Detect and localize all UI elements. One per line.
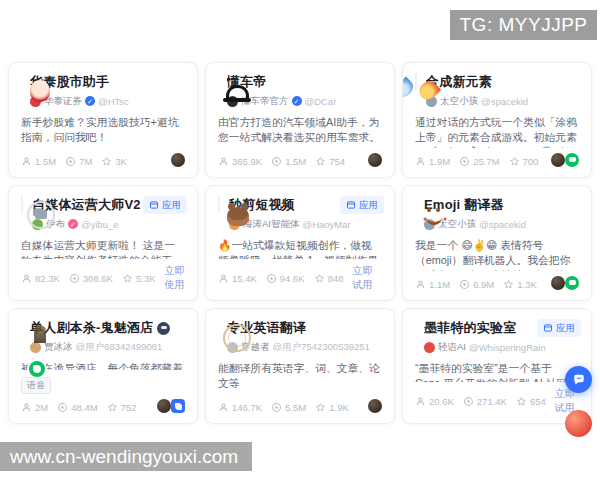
card-header: Emoji 翻译器 太空小孩 @spacekid bbox=[415, 196, 579, 231]
author-row[interactable]: 伊布 @yibu_e bbox=[32, 218, 185, 231]
author-row[interactable]: 太空小孩 @spacekid bbox=[426, 95, 579, 108]
card-header: 专业英语翻译 穿越者 @用户7542300539251 bbox=[218, 319, 382, 354]
users-count: 20.6K bbox=[429, 396, 454, 407]
users-stat: 365.9K bbox=[218, 156, 262, 167]
card-foot-right bbox=[368, 153, 382, 169]
card-head-text: 懂车帝 懂车帝官方 @DCar bbox=[227, 73, 382, 108]
author-handle: @spacekid bbox=[481, 96, 528, 107]
author-handle: @WhisperingRain bbox=[469, 342, 546, 353]
voice-tag: 语音 bbox=[21, 377, 51, 394]
users-stat: 20.6K bbox=[415, 396, 454, 407]
telegram-watermark: TG: MYYJJPP bbox=[450, 10, 597, 40]
views-stat: 7M bbox=[65, 156, 92, 167]
agent-card[interactable]: 应用 自媒体运营大师V2 伊布 bbox=[8, 185, 198, 301]
views-stat: 308.6K bbox=[69, 273, 113, 284]
users-count: 146.7K bbox=[232, 402, 262, 413]
star-icon bbox=[503, 279, 514, 290]
profile-channel-icon[interactable] bbox=[157, 399, 171, 413]
profile-channel-icon[interactable] bbox=[171, 153, 185, 167]
app-badge-label: 应用 bbox=[556, 322, 575, 335]
views-count: 25.7M bbox=[473, 156, 499, 167]
card-stats-row: 15.4K 94.6K 848 立即试用 bbox=[218, 259, 382, 292]
feishu-channel-icon[interactable] bbox=[171, 399, 185, 413]
card-header: 懂车帝 懂车帝官方 @DCar bbox=[218, 73, 382, 108]
author-name: 轻语AI bbox=[438, 341, 466, 354]
card-stats-row: 365.9K 1.5M 754 bbox=[218, 148, 382, 169]
author-row[interactable]: 华泰证券 @HTsc bbox=[30, 95, 185, 108]
star-icon bbox=[122, 273, 133, 284]
agent-icon-wrap bbox=[415, 73, 417, 91]
profile-channel-icon[interactable] bbox=[551, 153, 565, 167]
views-stat: 25.7M bbox=[459, 156, 499, 167]
title-row: Emoji 翻译器 bbox=[424, 196, 579, 214]
verified-icon bbox=[292, 96, 302, 106]
agent-card[interactable]: 懂车帝 懂车帝官方 @DCar 由官方打造的汽车领域AI助手，为您一站式解决看选… bbox=[205, 62, 395, 178]
app-type-badge: 应用 bbox=[537, 319, 581, 337]
floating-chat-button[interactable] bbox=[565, 366, 592, 393]
person-icon bbox=[21, 402, 32, 413]
views-stat: 1.5M bbox=[271, 156, 306, 167]
agent-icon-wrap bbox=[21, 196, 23, 214]
app-window-icon bbox=[543, 323, 553, 333]
profile-channel-icon[interactable] bbox=[551, 276, 565, 290]
card-header: 华泰股市助手 华泰证券 @HTsc bbox=[21, 73, 185, 108]
views-icon bbox=[65, 156, 76, 167]
views-stat: 6.9M bbox=[459, 279, 494, 290]
agent-card[interactable]: 应用 秒剪短视频 海涛AI智能体 bbox=[205, 185, 395, 301]
person-icon bbox=[21, 156, 32, 167]
card-foot-right bbox=[551, 276, 579, 292]
app-type-badge: 应用 bbox=[340, 196, 384, 214]
views-icon bbox=[57, 402, 68, 413]
channel-avatars bbox=[368, 399, 382, 415]
wechat-channel-icon[interactable] bbox=[565, 153, 579, 167]
card-foot-right: 立即使用 bbox=[165, 264, 186, 292]
author-row[interactable]: 轻语AI @WhisperingRain bbox=[424, 341, 579, 354]
users-count: 1.5M bbox=[35, 156, 56, 167]
card-foot-right bbox=[551, 153, 579, 169]
views-icon bbox=[271, 156, 282, 167]
favorites-stat: 754 bbox=[315, 156, 345, 167]
star-icon bbox=[509, 156, 520, 167]
chat-bubble-icon bbox=[572, 373, 586, 387]
profile-channel-icon[interactable] bbox=[368, 153, 382, 167]
agent-icon-wrap bbox=[218, 196, 220, 214]
agent-card[interactable]: 华泰股市助手 华泰证券 @HTsc 新手炒股难？实用选股技巧+避坑指南，问问我吧… bbox=[8, 62, 198, 178]
author-name: 海涛AI智能体 bbox=[243, 218, 299, 231]
profile-channel-icon[interactable] bbox=[368, 399, 382, 413]
agent-description: 由官方打造的汽车领域AI助手，为您一站式解决看选买的用车需求。 bbox=[218, 115, 382, 149]
author-name: 太空小孩 bbox=[438, 218, 476, 231]
person-icon bbox=[218, 402, 229, 413]
favorites-stat: 654 bbox=[516, 396, 546, 407]
agent-card[interactable]: 合成新元素 太空小孩 @spacekid 通过对话的方式玩一个类似「涂鸦上帝」的… bbox=[402, 62, 592, 178]
card-foot-right bbox=[368, 399, 382, 415]
wechat-channel-icon[interactable] bbox=[565, 276, 579, 290]
agent-card[interactable]: 专业英语翻译 穿越者 @用户7542300539251 能翻译所有英语字、词、文… bbox=[205, 308, 395, 424]
users-stat: 15.4K bbox=[218, 273, 257, 284]
use-now-link[interactable]: 立即试用 bbox=[353, 264, 382, 292]
agent-title: 单人剧本杀-鬼魅酒店 bbox=[30, 319, 153, 337]
author-row[interactable]: 海涛AI智能体 @HaoyMar bbox=[229, 218, 382, 231]
script-kill-badge-icon bbox=[157, 322, 170, 335]
favorites-count: 754 bbox=[329, 156, 345, 167]
bear-video-icon bbox=[218, 195, 220, 214]
favorites-count: 5.3K bbox=[136, 273, 156, 284]
author-name: 太空小孩 bbox=[440, 95, 478, 108]
use-now-link[interactable]: 立即使用 bbox=[165, 264, 186, 292]
floating-avatar[interactable] bbox=[565, 410, 592, 437]
person-icon bbox=[415, 156, 426, 167]
agent-card[interactable]: 单人剧本杀-鬼魅酒店 贾冰冰 @用户68342499081 被困在诡异酒店，每个… bbox=[8, 308, 198, 424]
favorites-stat: 752 bbox=[107, 402, 137, 413]
star-icon bbox=[516, 396, 527, 407]
app-window-icon bbox=[346, 200, 356, 210]
author-row[interactable]: 太空小孩 @spacekid bbox=[424, 218, 579, 231]
agent-card[interactable]: Emoji 翻译器 太空小孩 @spacekid 我是一个 😄✌️😁 表情符号（… bbox=[402, 185, 592, 301]
agent-description: “墨菲特的实验室”是一个基于 Coze 平台开发的创新型 AI 社区应用。它突破… bbox=[415, 361, 579, 383]
favorites-stat: 1.3K bbox=[503, 279, 537, 290]
author-row[interactable]: 贾冰冰 @用户68342499081 bbox=[30, 341, 185, 354]
users-stat: 2M bbox=[21, 402, 48, 413]
author-name: 华泰证券 bbox=[44, 95, 82, 108]
channel-avatars bbox=[551, 153, 579, 169]
title-row: 单人剧本杀-鬼魅酒店 bbox=[30, 319, 185, 337]
favorites-stat: 1.9K bbox=[315, 402, 349, 413]
agent-card[interactable]: 应用 {>.<} 墨菲特的实验室 轻语AI bbox=[402, 308, 592, 424]
